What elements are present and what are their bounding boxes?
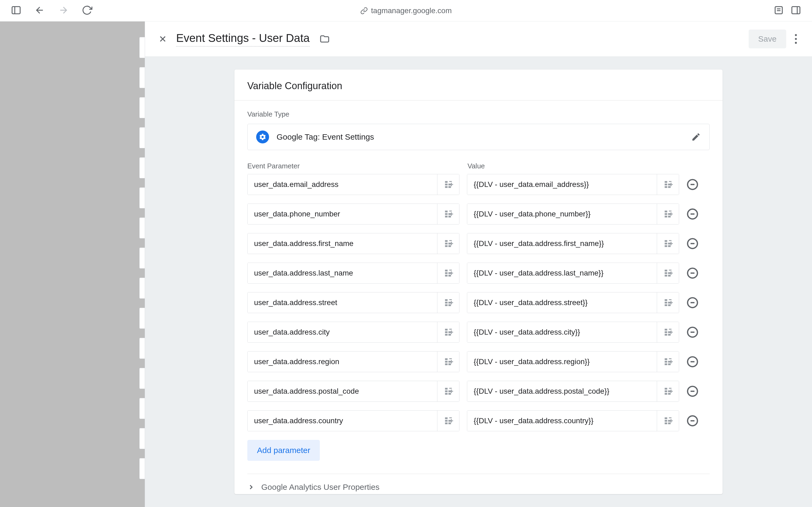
parameter-value-input[interactable] (467, 292, 657, 313)
variable-picker-icon[interactable] (657, 322, 679, 342)
parameter-row (247, 204, 710, 225)
user-properties-section[interactable]: Google Analytics User Properties (247, 474, 710, 492)
panel-header: Event Settings - User Data Save (145, 21, 812, 57)
variable-picker-icon[interactable] (437, 292, 459, 313)
remove-row-icon[interactable] (687, 326, 698, 338)
parameter-value-input[interactable] (467, 351, 657, 372)
variable-picker-icon[interactable] (657, 410, 679, 431)
svg-rect-33 (451, 272, 452, 275)
parameter-name-input[interactable] (247, 263, 437, 283)
svg-rect-35 (671, 272, 671, 275)
gear-icon (256, 130, 269, 144)
variable-type-row[interactable]: Google Tag: Event Settings (247, 124, 710, 150)
svg-rect-47 (671, 331, 671, 334)
parameter-row (247, 410, 710, 431)
svg-rect-45 (451, 331, 452, 334)
panels-icon[interactable] (791, 5, 801, 17)
reader-icon[interactable] (773, 5, 784, 17)
remove-row-icon[interactable] (687, 238, 698, 249)
chevron-right-icon (247, 484, 255, 491)
forward-icon (58, 5, 69, 17)
slide-over-panel: Event Settings - User Data Save Variable… (145, 21, 812, 507)
parameter-row (247, 263, 710, 284)
variable-picker-icon[interactable] (657, 233, 679, 254)
reload-icon[interactable] (81, 5, 93, 17)
parameter-value-input[interactable] (467, 174, 657, 195)
parameter-name-input[interactable] (247, 351, 437, 372)
remove-row-icon[interactable] (687, 297, 698, 308)
remove-row-icon[interactable] (687, 415, 698, 427)
variable-picker-icon[interactable] (437, 174, 459, 195)
column-param-label: Event Parameter (247, 162, 459, 170)
browser-chrome: tagmanager.google.com (0, 0, 812, 21)
background-dim (0, 21, 145, 507)
svg-rect-51 (451, 360, 452, 363)
config-card: Variable Configuration Variable Type Goo… (234, 69, 722, 494)
svg-rect-15 (451, 183, 452, 186)
variable-picker-icon[interactable] (437, 322, 459, 342)
remove-row-icon[interactable] (687, 356, 698, 368)
svg-rect-17 (671, 183, 671, 186)
close-button[interactable] (158, 34, 168, 44)
variable-picker-icon[interactable] (657, 292, 679, 313)
variable-name-input[interactable]: Event Settings - User Data (176, 32, 309, 47)
column-value-label: Value (467, 162, 485, 170)
url-text: tagmanager.google.com (371, 6, 452, 15)
variable-picker-icon[interactable] (437, 381, 459, 401)
remove-row-icon[interactable] (687, 208, 698, 220)
parameter-row (247, 381, 710, 402)
variable-picker-icon[interactable] (437, 233, 459, 254)
parameter-row (247, 351, 710, 372)
variable-picker-icon[interactable] (657, 351, 679, 372)
remove-row-icon[interactable] (687, 267, 698, 279)
svg-rect-57 (451, 390, 452, 393)
variable-picker-icon[interactable] (657, 381, 679, 401)
parameter-name-input[interactable] (247, 410, 437, 431)
parameter-value-input[interactable] (467, 204, 657, 224)
svg-rect-29 (671, 242, 671, 245)
parameter-name-input[interactable] (247, 381, 437, 401)
svg-rect-63 (451, 419, 452, 423)
remove-row-icon[interactable] (687, 179, 698, 190)
sidebar-toggle-icon[interactable] (11, 5, 21, 17)
svg-rect-23 (671, 212, 671, 216)
parameter-name-input[interactable] (247, 322, 437, 342)
parameter-row (247, 322, 710, 343)
parameter-value-input[interactable] (467, 263, 657, 283)
parameter-value-input[interactable] (467, 410, 657, 431)
variable-picker-icon[interactable] (437, 263, 459, 283)
variable-picker-icon[interactable] (437, 410, 459, 431)
parameter-name-input[interactable] (247, 233, 437, 254)
svg-rect-53 (671, 360, 671, 363)
parameter-name-input[interactable] (247, 204, 437, 224)
parameter-name-input[interactable] (247, 292, 437, 313)
save-button[interactable]: Save (749, 30, 786, 48)
add-parameter-button[interactable]: Add parameter (247, 440, 320, 461)
parameter-value-input[interactable] (467, 233, 657, 254)
folder-icon[interactable] (319, 34, 330, 44)
parameter-value-input[interactable] (467, 381, 657, 401)
address-bar[interactable]: tagmanager.google.com (360, 6, 452, 15)
variable-picker-icon[interactable] (657, 204, 679, 224)
edit-icon[interactable] (691, 132, 701, 142)
variable-picker-icon[interactable] (437, 351, 459, 372)
variable-picker-icon[interactable] (437, 204, 459, 224)
card-title: Variable Configuration (234, 69, 722, 101)
more-menu-icon[interactable] (793, 32, 799, 46)
remove-row-icon[interactable] (687, 385, 698, 397)
user-properties-label: Google Analytics User Properties (261, 483, 380, 492)
variable-picker-icon[interactable] (657, 263, 679, 283)
parameter-value-input[interactable] (467, 322, 657, 342)
svg-rect-27 (451, 242, 452, 245)
variable-picker-icon[interactable] (657, 174, 679, 195)
svg-rect-21 (451, 212, 452, 216)
parameter-row (247, 233, 710, 254)
back-icon[interactable] (35, 5, 45, 17)
parameter-row (247, 292, 710, 313)
parameter-row (247, 174, 710, 195)
svg-point-12 (795, 38, 797, 40)
parameter-name-input[interactable] (247, 174, 437, 195)
svg-rect-41 (671, 301, 671, 304)
svg-point-13 (795, 42, 797, 44)
svg-point-11 (795, 34, 797, 36)
